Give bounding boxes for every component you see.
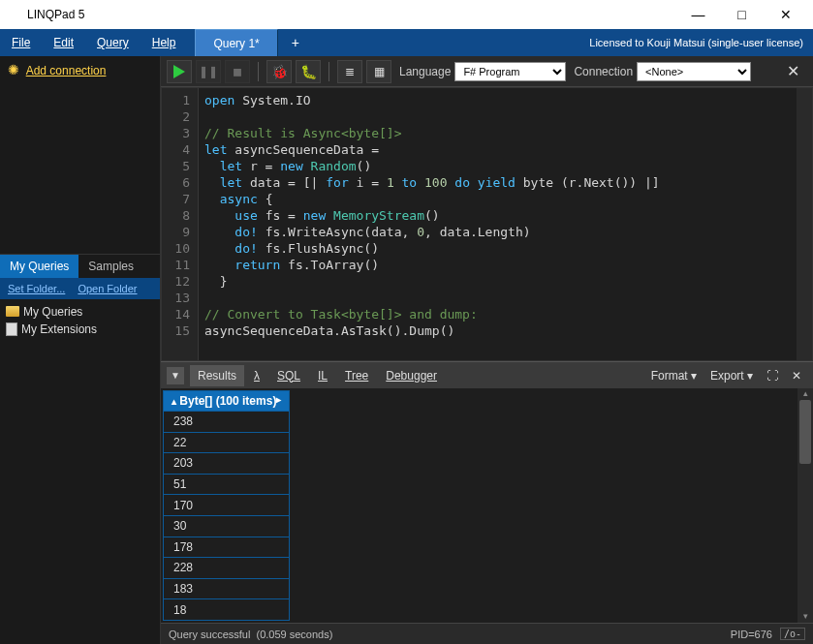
svg-marker-0 xyxy=(173,65,185,78)
menu-query[interactable]: Query xyxy=(85,29,141,56)
results-tab-tree[interactable]: Tree xyxy=(337,365,376,386)
separator xyxy=(328,62,329,81)
expand-icon[interactable]: ⛶ xyxy=(761,367,784,384)
sidebar-tabs: My Queries Samples xyxy=(0,255,160,278)
status-time: (0.059 seconds) xyxy=(257,629,333,640)
query-toolbar: ❚❚ ◼ 🐞 🐛 ≣ ▦ Language F# Program Connect… xyxy=(161,56,813,87)
open-folder-link[interactable]: Open Folder xyxy=(78,283,137,294)
table-row[interactable]: 203 xyxy=(164,453,290,475)
bug1-button[interactable]: 🐞 xyxy=(266,60,292,83)
star-icon: ✺ xyxy=(8,62,19,77)
bug2-button[interactable]: 🐛 xyxy=(296,60,321,83)
cell-value: 228 xyxy=(164,558,290,579)
close-button[interactable]: ✕ xyxy=(764,0,807,29)
cell-value: 183 xyxy=(164,578,290,599)
table-row[interactable]: 238 xyxy=(164,412,290,433)
stop-button[interactable]: ◼ xyxy=(225,60,250,83)
cell-value: 203 xyxy=(164,453,290,475)
new-tab-button[interactable]: + xyxy=(278,29,313,56)
table-row[interactable]: 183 xyxy=(164,578,290,599)
cell-value: 178 xyxy=(164,537,290,558)
results-tab-lambda[interactable]: λ xyxy=(246,365,267,386)
cell-value: 238 xyxy=(164,412,290,433)
connection-select[interactable]: <None> xyxy=(637,62,751,81)
license-text: Licensed to Kouji Matsui (single-user li… xyxy=(579,29,813,56)
table-row[interactable]: 18 xyxy=(164,599,290,621)
app-icon xyxy=(6,7,21,22)
table-row[interactable]: 22 xyxy=(164,432,290,453)
connection-label: Connection xyxy=(574,65,633,78)
cell-value: 51 xyxy=(164,474,290,495)
sidebar: ✺ Add connection My Queries Samples Set … xyxy=(0,56,161,644)
window-titlebar: LINQPad 5 ― □ ✕ xyxy=(0,0,813,29)
language-select[interactable]: F# Program xyxy=(454,62,566,81)
tree-item-my-queries[interactable]: My Queries xyxy=(6,303,154,321)
format-button[interactable]: Format ▾ xyxy=(645,367,703,384)
cell-value: 170 xyxy=(164,495,290,516)
results-tab-sql[interactable]: SQL xyxy=(269,365,308,386)
toolbar-close-button[interactable]: ✕ xyxy=(779,62,807,80)
maximize-button[interactable]: □ xyxy=(720,0,764,29)
results-tab-results[interactable]: Results xyxy=(190,365,244,386)
language-label: Language xyxy=(399,65,451,78)
results-pane: ▴ Byte[] (100 items) ▸ 23822203511703017… xyxy=(161,388,813,623)
results-close-button[interactable]: ✕ xyxy=(786,367,807,384)
results-table-header[interactable]: ▴ Byte[] (100 items) ▸ xyxy=(164,391,290,412)
menubar: File Edit Query Help Query 1* + Licensed… xyxy=(0,29,813,56)
query-tab-active[interactable]: Query 1* xyxy=(195,29,277,56)
minimize-button[interactable]: ― xyxy=(676,0,720,29)
line-gutter: 123456789101112131415 xyxy=(162,88,199,360)
run-button[interactable] xyxy=(167,60,192,83)
query-tree: My Queries My Extensions xyxy=(0,299,160,644)
tab-my-queries[interactable]: My Queries xyxy=(0,255,78,278)
results-collapse-icon[interactable]: ▼ xyxy=(167,367,184,384)
file-icon xyxy=(6,322,17,336)
set-folder-link[interactable]: Set Folder... xyxy=(8,283,65,294)
folder-toolbar: Set Folder... Open Folder xyxy=(0,278,160,299)
results-table: ▴ Byte[] (100 items) ▸ 23822203511703017… xyxy=(163,390,290,621)
table-row[interactable]: 51 xyxy=(164,474,290,495)
cell-value: 18 xyxy=(164,599,290,621)
tree-label: My Queries xyxy=(23,305,82,319)
cell-value: 22 xyxy=(164,432,290,453)
resize-grip-icon: /o- xyxy=(780,628,805,640)
table-row[interactable]: 170 xyxy=(164,495,290,516)
tree-item-my-extensions[interactable]: My Extensions xyxy=(6,321,154,338)
menu-file[interactable]: File xyxy=(0,29,42,56)
view-list-button[interactable]: ≣ xyxy=(337,60,362,83)
menu-help[interactable]: Help xyxy=(141,29,188,56)
results-header: ▼ Results λ SQL IL Tree Debugger Format … xyxy=(161,361,813,388)
results-scrollbar[interactable]: ▴▾ xyxy=(797,388,813,623)
table-row[interactable]: 228 xyxy=(164,558,290,579)
pause-button[interactable]: ❚❚ xyxy=(196,60,221,83)
table-row[interactable]: 178 xyxy=(164,537,290,558)
status-bar: Query successful (0.059 seconds) PID=676… xyxy=(161,623,813,644)
add-connection-link[interactable]: Add connection xyxy=(26,64,107,77)
code-editor[interactable]: 123456789101112131415 open System.IO // … xyxy=(161,87,813,361)
cell-value: 30 xyxy=(164,515,290,537)
folder-icon xyxy=(6,306,19,317)
code-area[interactable]: open System.IO // Result is Async<byte[]… xyxy=(199,88,797,360)
tree-label: My Extensions xyxy=(21,322,97,336)
menu-edit[interactable]: Edit xyxy=(42,29,85,56)
view-grid-button[interactable]: ▦ xyxy=(366,60,391,83)
export-button[interactable]: Export ▾ xyxy=(704,367,759,384)
table-row[interactable]: 30 xyxy=(164,515,290,537)
tab-samples[interactable]: Samples xyxy=(78,255,143,278)
status-message: Query successful xyxy=(169,629,250,640)
separator xyxy=(258,62,259,81)
results-tab-il[interactable]: IL xyxy=(310,365,335,386)
connections-pane: ✺ Add connection xyxy=(0,56,160,255)
window-title: LINQPad 5 xyxy=(27,8,676,21)
status-pid: PID=676 xyxy=(731,629,772,640)
results-tab-debugger[interactable]: Debugger xyxy=(378,365,445,386)
editor-scrollbar[interactable] xyxy=(797,88,812,360)
